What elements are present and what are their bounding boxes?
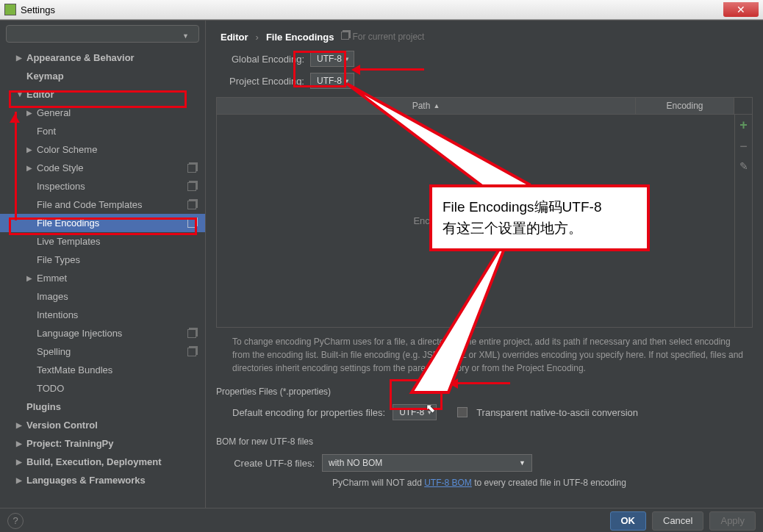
chevron-down-icon: ▼ — [344, 56, 350, 62]
tree-arrow-icon: ▶ — [26, 164, 34, 172]
sidebar-item-label: Keymap — [26, 71, 64, 82]
sidebar-item-keymap[interactable]: Keymap — [0, 67, 205, 85]
apply-button[interactable]: Apply — [709, 511, 756, 531]
sidebar-item-color-scheme[interactable]: ▶Color Scheme — [0, 140, 205, 159]
native-to-ascii-label: Transparent native-to-ascii conversion — [476, 407, 638, 418]
column-encoding[interactable]: Encoding — [636, 98, 734, 114]
project-scope-icon — [187, 182, 196, 191]
tree-arrow-icon: ▶ — [16, 476, 24, 484]
tree-arrow-icon: ▶ — [16, 458, 24, 466]
sidebar-item-label: Intentions — [37, 309, 78, 320]
project-encoding-label: Project Encoding: — [222, 76, 304, 87]
properties-encoding-dropdown[interactable]: UTF-8 ▼ — [393, 404, 437, 420]
project-encoding-dropdown[interactable]: UTF-8 ▼ — [310, 73, 354, 89]
global-encoding-label: Global Encoding: — [222, 54, 304, 65]
add-icon[interactable]: + — [739, 118, 748, 133]
chevron-down-icon: ▼ — [344, 78, 350, 85]
settings-tree: ▶Appearance & BehaviorKeymap▼Editor▶Gene… — [0, 46, 205, 508]
sidebar-item-images[interactable]: Images — [0, 287, 205, 306]
sidebar-item-emmet[interactable]: ▶Emmet — [0, 269, 205, 287]
column-path[interactable]: Path ▲ — [217, 98, 636, 114]
sidebar-item-label: Languages & Frameworks — [26, 475, 146, 486]
bom-label: Create UTF-8 files: — [232, 458, 315, 469]
project-scope-icon — [187, 329, 196, 338]
sidebar-item-build-execution-deployment[interactable]: ▶Build, Execution, Deployment — [0, 453, 205, 471]
utf8-bom-link[interactable]: UTF-8 BOM — [424, 478, 472, 488]
help-button[interactable]: ? — [7, 513, 24, 529]
native-to-ascii-checkbox[interactable] — [457, 407, 468, 417]
tree-arrow-icon: ▶ — [26, 145, 34, 154]
bom-value: with NO BOM — [329, 458, 382, 468]
sidebar-item-label: Plugins — [26, 401, 61, 412]
sidebar-item-languages-frameworks[interactable]: ▶Languages & Frameworks — [0, 471, 205, 489]
sidebar-item-intentions[interactable]: Intentions — [0, 306, 205, 324]
sidebar-item-label: File Types — [37, 254, 80, 265]
sidebar-item-label: File Encodings — [37, 218, 99, 229]
breadcrumb-tag: For current project — [352, 32, 424, 42]
sidebar-item-language-injections[interactable]: Language Injections — [0, 324, 205, 342]
sidebar-item-label: Emmet — [37, 273, 67, 284]
annotation-arrow — [15, 112, 17, 220]
sidebar-item-font[interactable]: Font — [0, 122, 205, 140]
project-scope-icon — [187, 219, 196, 228]
sidebar-item-label: Appearance & Behavior — [26, 52, 135, 63]
encoding-table-body: Encodings are not configured + − ✎ — [216, 115, 753, 328]
properties-encoding-label: Default encoding for properties files: — [232, 407, 385, 418]
project-encoding-value: UTF-8 — [317, 76, 342, 86]
bom-dropdown[interactable]: with NO BOM ▼ — [322, 454, 532, 472]
sidebar-item-file-types[interactable]: File Types — [0, 251, 205, 269]
tree-arrow-icon: ▶ — [26, 274, 34, 282]
sidebar-item-code-style[interactable]: ▶Code Style — [0, 159, 205, 177]
window-title: Settings — [21, 4, 55, 15]
sidebar-item-label: Build, Execution, Deployment — [26, 456, 161, 467]
properties-section-title: Properties Files (*.properties) — [216, 387, 753, 397]
app-icon — [4, 4, 16, 15]
sidebar-item-textmate-bundles[interactable]: TextMate Bundles — [0, 361, 205, 379]
tree-arrow-icon: ▶ — [16, 439, 24, 447]
sidebar-item-file-encodings[interactable]: File Encodings — [0, 214, 205, 232]
sidebar-item-spelling[interactable]: Spelling — [0, 342, 205, 361]
sidebar-item-todo[interactable]: TODO — [0, 379, 205, 398]
ok-button[interactable]: OK — [610, 511, 647, 531]
table-empty-text: Encodings are not configured — [217, 115, 734, 327]
sidebar-item-file-and-code-templates[interactable]: File and Code Templates — [0, 195, 205, 214]
sidebar-item-project-trainingpy[interactable]: ▶Project: TrainingPy — [0, 434, 205, 453]
project-scope-icon — [187, 201, 196, 209]
settings-content: Editor › File Encodings For current proj… — [206, 21, 763, 508]
sidebar-item-label: Inspections — [37, 181, 85, 192]
sidebar-item-label: TextMate Bundles — [37, 364, 112, 375]
global-encoding-dropdown[interactable]: UTF-8 ▼ — [310, 51, 354, 67]
sidebar-item-label: Color Scheme — [37, 144, 97, 155]
tree-arrow-icon: ▼ — [16, 90, 24, 98]
window-close-button[interactable]: ✕ — [723, 2, 759, 17]
sidebar-item-label: Font — [37, 126, 56, 137]
project-scope-icon — [341, 32, 349, 40]
sidebar-item-inspections[interactable]: Inspections — [0, 177, 205, 195]
search-input[interactable] — [6, 25, 199, 43]
sidebar-item-label: General — [37, 107, 71, 118]
breadcrumb-root[interactable]: Editor — [221, 32, 248, 43]
sidebar-item-plugins[interactable]: Plugins — [0, 398, 205, 416]
cancel-button[interactable]: Cancel — [652, 511, 703, 531]
encoding-hint: To change encoding PyCharm uses for a fi… — [232, 335, 750, 375]
sidebar-item-live-templates[interactable]: Live Templates — [0, 232, 205, 251]
chevron-down-icon: ▼ — [519, 459, 526, 467]
sidebar-item-label: Spelling — [37, 346, 71, 357]
breadcrumb-page: File Encodings — [266, 32, 334, 43]
sidebar-item-label: Images — [37, 291, 68, 302]
tree-arrow-icon: ▶ — [16, 421, 24, 429]
sidebar-item-version-control[interactable]: ▶Version Control — [0, 416, 205, 434]
sidebar-item-label: File and Code Templates — [37, 199, 143, 210]
annotation-arrow-head — [10, 109, 20, 123]
sidebar-item-label: Project: TrainingPy — [26, 438, 113, 449]
sidebar-item-editor[interactable]: ▼Editor — [0, 85, 205, 104]
title-bar: Settings ✕ — [0, 0, 763, 20]
tree-arrow-icon: ▶ — [26, 109, 34, 117]
bom-note: PyCharm will NOT add UTF-8 BOM to every … — [216, 478, 753, 488]
edit-icon: ✎ — [739, 160, 748, 172]
chevron-down-icon[interactable]: ▼ — [182, 32, 189, 40]
dialog-footer: ? OK Cancel Apply — [0, 508, 763, 532]
encoding-table-header: Path ▲ Encoding — [216, 97, 753, 115]
sidebar-item-general[interactable]: ▶General — [0, 104, 205, 122]
sidebar-item-appearance-behavior[interactable]: ▶Appearance & Behavior — [0, 48, 205, 67]
